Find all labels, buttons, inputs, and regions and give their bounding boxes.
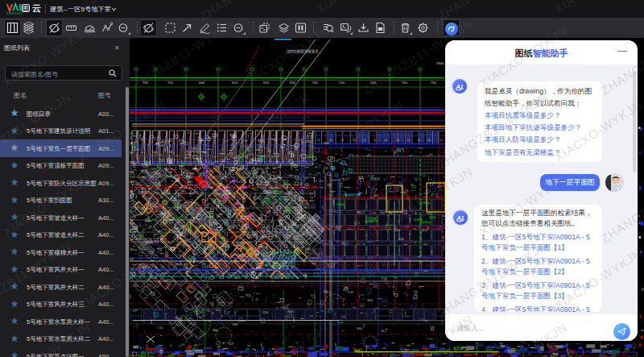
svg-text:450: 450	[437, 185, 442, 189]
svg-text:P-09: P-09	[186, 151, 192, 154]
svg-text:JD-2: JD-2	[306, 136, 312, 139]
svg-text:7500: 7500	[167, 81, 173, 85]
svg-text:8100: 8100	[232, 81, 237, 85]
svg-text:P-09: P-09	[177, 318, 183, 321]
svg-text:排风井: 排风井	[414, 218, 423, 222]
svg-text:DN: DN	[130, 181, 134, 184]
svg-text:3600: 3600	[367, 299, 373, 302]
svg-text:7500: 7500	[142, 81, 148, 85]
svg-text:排风井: 排风井	[421, 201, 430, 205]
svg-text:JD-2: JD-2	[381, 330, 386, 333]
svg-text:8100: 8100	[290, 81, 295, 85]
svg-text:1250: 1250	[167, 151, 172, 154]
svg-text:7500: 7500	[339, 81, 345, 85]
svg-text:1250: 1250	[394, 229, 400, 232]
svg-text:XD-2: XD-2	[386, 224, 392, 227]
svg-text:排水沟: 排水沟	[370, 176, 380, 181]
svg-text:1:50: 1:50	[167, 175, 171, 178]
svg-text:XF: XF	[130, 229, 134, 232]
svg-text:XF: XF	[130, 258, 134, 261]
svg-text:DN: DN	[130, 161, 134, 164]
svg-text:排风井: 排风井	[336, 202, 345, 206]
svg-text:1250: 1250	[283, 306, 288, 309]
svg-text:450: 450	[357, 211, 361, 214]
svg-text:1250: 1250	[252, 219, 258, 222]
svg-text:XF: XF	[130, 152, 134, 155]
svg-text:JD-2: JD-2	[208, 136, 213, 139]
svg-text:1250: 1250	[191, 221, 196, 224]
svg-text:XD-2: XD-2	[353, 222, 360, 225]
svg-text:排风井: 排风井	[422, 220, 431, 224]
svg-text:P-09: P-09	[159, 159, 165, 162]
svg-text:DN: DN	[130, 171, 134, 174]
svg-text:2400: 2400	[429, 216, 436, 219]
svg-text:1:50: 1:50	[158, 326, 163, 330]
svg-text:450: 450	[233, 323, 237, 326]
svg-text:JD-2: JD-2	[208, 182, 214, 185]
svg-text:1250: 1250	[395, 150, 401, 153]
svg-text:3600: 3600	[357, 327, 362, 330]
svg-text:6000: 6000	[199, 81, 204, 85]
svg-text:1250: 1250	[266, 268, 272, 272]
svg-text:P123: P123	[219, 188, 227, 192]
svg-text:DN: DN	[130, 200, 134, 203]
svg-text:3600: 3600	[213, 329, 218, 332]
svg-text:1:50: 1:50	[175, 263, 180, 266]
svg-text:3600: 3600	[287, 310, 293, 313]
svg-text:P-09: P-09	[382, 277, 387, 280]
svg-text:JD-2: JD-2	[422, 229, 427, 232]
svg-text:7500: 7500	[431, 81, 436, 85]
svg-text:3600: 3600	[324, 142, 329, 145]
svg-text:P-09: P-09	[348, 291, 353, 294]
svg-text:8100: 8100	[263, 81, 269, 85]
svg-text:7500: 7500	[402, 81, 407, 85]
svg-text:DN: DN	[130, 132, 134, 135]
svg-text:P09: P09	[240, 217, 246, 221]
svg-text:1250: 1250	[160, 222, 166, 226]
svg-text:BIMWINNER: BIMWINNER	[6, 12, 23, 15]
svg-text:1250: 1250	[398, 238, 404, 241]
svg-text:P-09: P-09	[163, 259, 168, 263]
svg-text:B1-07: B1-07	[250, 250, 258, 253]
svg-text:排风井: 排风井	[365, 219, 374, 223]
svg-text:P-09: P-09	[159, 144, 164, 147]
svg-text:19000: 19000	[436, 62, 444, 65]
svg-text:集水坑详图: 集水坑详图	[345, 193, 361, 197]
svg-text:JD-2: JD-2	[135, 238, 141, 241]
svg-text:消防控制室排烟竖井: 消防控制室排烟竖井	[287, 49, 319, 53]
svg-text:1250: 1250	[262, 311, 268, 314]
svg-text:JD-2: JD-2	[325, 291, 331, 294]
svg-text:5400: 5400	[370, 81, 376, 85]
svg-text:7500: 7500	[312, 81, 318, 85]
svg-text:JD-2: JD-2	[342, 178, 348, 181]
